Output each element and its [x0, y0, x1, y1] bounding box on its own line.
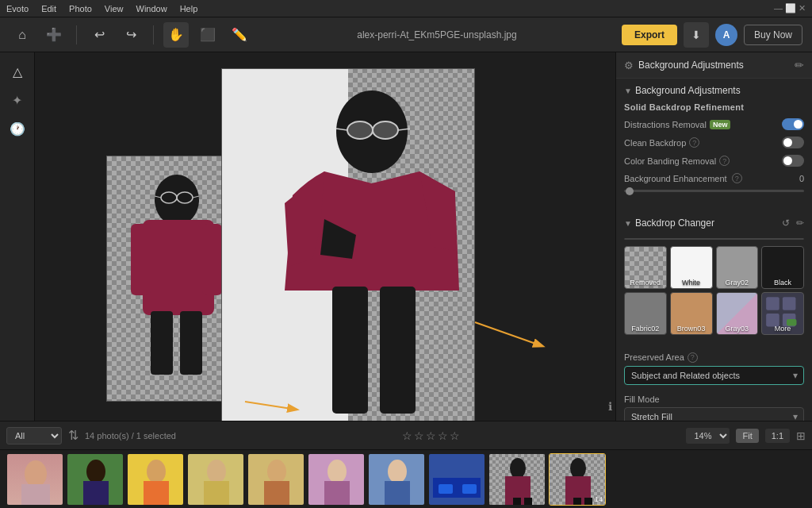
left-tool-history[interactable]: 🕐 [5, 116, 30, 141]
backdrop-item-fabric02[interactable]: Fabric02 [624, 292, 667, 335]
bg-enhancement-thumb[interactable] [626, 187, 634, 195]
film-item-8[interactable] [428, 453, 485, 506]
svg-rect-5 [180, 311, 202, 375]
color-banding-toggle[interactable] [782, 155, 804, 167]
preserved-area-info-icon[interactable]: ? [688, 352, 698, 363]
left-tool-triangle[interactable]: △ [5, 59, 30, 84]
backdrop-item-gray02[interactable]: Gray02 [716, 246, 759, 289]
home-button[interactable]: ⌂ [10, 22, 35, 48]
avatar-button[interactable]: A [715, 24, 737, 46]
tab-my-backdrops[interactable]: My Backdrops New [714, 239, 804, 240]
preserved-area-label: Preserved Area ? [624, 352, 804, 363]
fill-mode-label: Fill Mode [624, 394, 804, 404]
menu-help[interactable]: Help [180, 4, 198, 13]
svg-point-27 [147, 460, 166, 483]
canvas-info-button[interactable]: ℹ [608, 400, 612, 413]
undo-button[interactable]: ↩ [86, 22, 112, 48]
distractions-removal-label: Distractions Removal New [624, 120, 782, 129]
svg-rect-19 [783, 297, 796, 310]
backdrop-item-brown03[interactable]: Brown03 [670, 292, 713, 335]
backdrop-item-removed[interactable]: Removed [624, 246, 667, 289]
backdrop-item-gray03[interactable]: Gray03 [716, 292, 759, 335]
section-title-text: Background Adjustments [635, 85, 741, 96]
buy-now-button[interactable]: Buy Now [744, 25, 802, 45]
mask-tool[interactable]: ⬛ [195, 22, 220, 48]
film-thumb-3 [128, 454, 183, 505]
main-area: △ ✦ 🕐 [0, 52, 812, 421]
star-3[interactable]: ☆ [426, 429, 436, 442]
bg-enhancement-info-icon[interactable]: ? [732, 173, 742, 183]
svg-point-40 [510, 458, 526, 479]
zoom-fit-button[interactable]: Fit [736, 429, 758, 443]
menu-window[interactable]: Window [136, 4, 167, 13]
star-2[interactable]: ☆ [414, 429, 424, 442]
film-item-5[interactable] [247, 453, 304, 506]
panel-header-title: Background Adjustments [638, 60, 795, 71]
film-item-6[interactable] [308, 453, 365, 506]
svg-point-44 [570, 458, 586, 479]
film-thumb-4 [188, 454, 243, 505]
menu-evoto[interactable]: Evoto [6, 4, 29, 13]
distractions-removal-toggle[interactable] [782, 118, 804, 130]
film-item-9[interactable] [488, 453, 546, 506]
backdrop-tabs: Recommended My Backdrops New [624, 238, 804, 240]
svg-rect-39 [462, 484, 477, 494]
color-banding-label: Color Banding Removal ? [624, 156, 782, 166]
fill-mode-select[interactable]: Stretch FillFitCrop [624, 407, 804, 421]
film-item-4[interactable] [187, 453, 244, 506]
backdrop-edit-icon[interactable]: ✏ [796, 217, 804, 229]
backdrop-refresh-icon[interactable]: ↺ [782, 217, 790, 229]
left-tool-adjust[interactable]: ✦ [5, 87, 30, 113]
film-thumb-10: 14 [550, 454, 605, 505]
right-sidebar: ⚙ Background Adjustments ✏ ▼ Background … [615, 52, 812, 421]
backdrop-label-removed: Removed [625, 279, 666, 287]
backdrop-item-white[interactable]: White [670, 246, 713, 289]
film-thumb-9 [489, 454, 545, 505]
export-button[interactable]: Export [622, 25, 677, 45]
film-item-1[interactable] [6, 453, 63, 506]
backdrop-changer-title: Backdrop Changer [635, 217, 782, 229]
star-5[interactable]: ☆ [450, 429, 460, 442]
panel-edit-icon[interactable]: ✏ [795, 59, 804, 71]
film-item-2[interactable] [67, 453, 124, 506]
redo-button[interactable]: ↪ [118, 22, 144, 48]
sort-button[interactable]: ⇅ [68, 428, 79, 443]
clean-backdrop-toggle[interactable] [782, 137, 804, 148]
add-button[interactable]: ➕ [41, 22, 67, 48]
film-item-10[interactable]: 14 [549, 453, 606, 506]
backdrop-icons: ↺ ✏ [782, 217, 804, 229]
canvas-area[interactable]: ℹ [35, 52, 615, 421]
star-1[interactable]: ☆ [402, 429, 412, 442]
distractions-removal-row: Distractions Removal New [624, 118, 804, 130]
color-banding-info-icon[interactable]: ? [719, 156, 730, 166]
tab-recommended[interactable]: Recommended [625, 239, 714, 240]
menu-view[interactable]: View [105, 4, 124, 13]
clean-backdrop-info-icon[interactable]: ? [689, 137, 699, 148]
menu-photo[interactable]: Photo [69, 4, 92, 13]
zoom-1x-button[interactable]: 1:1 [765, 429, 790, 443]
svg-point-33 [327, 460, 347, 483]
hand-tool[interactable]: ✋ [163, 22, 189, 48]
fill-mode-select-wrapper: Stretch FillFitCrop [624, 407, 804, 421]
grid-button[interactable]: ⊞ [796, 429, 806, 442]
bg-enhancement-slider[interactable] [624, 190, 804, 192]
film-thumb-1 [7, 454, 63, 505]
film-item-7[interactable] [368, 453, 425, 506]
backdrop-item-black[interactable]: Black [761, 246, 804, 289]
backdrop-item-more[interactable]: More [761, 292, 804, 335]
star-4[interactable]: ☆ [438, 429, 448, 442]
backdrop-changer-header: ▼ Backdrop Changer ↺ ✏ [616, 211, 812, 235]
bg-adjustments-section: ▼ Background Adjustments Solid Backdrop … [616, 79, 812, 205]
export-options-button[interactable]: ⬇ [684, 22, 709, 48]
film-thumb-6 [308, 454, 364, 505]
preserved-area-select[interactable]: Subject and Related objectsSubject onlyE… [624, 366, 804, 385]
backdrop-chevron-icon: ▼ [624, 219, 632, 228]
svg-rect-36 [385, 481, 410, 506]
pen-tool[interactable]: ✏️ [227, 22, 252, 48]
menu-edit[interactable]: Edit [41, 4, 56, 13]
filter-select[interactable]: All [6, 427, 62, 444]
zoom-select[interactable]: 14% [686, 428, 730, 444]
preserved-area-select-wrapper: Subject and Related objectsSubject onlyE… [624, 366, 804, 385]
film-item-3[interactable] [127, 453, 184, 506]
section-title: ▼ Background Adjustments [624, 85, 804, 96]
